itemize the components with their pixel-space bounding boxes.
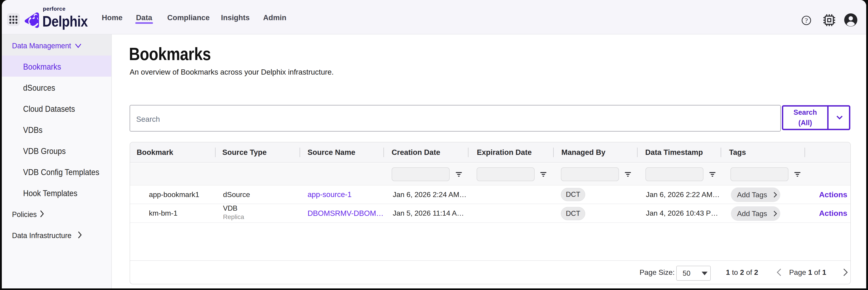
svg-text:?: ?	[805, 17, 808, 24]
